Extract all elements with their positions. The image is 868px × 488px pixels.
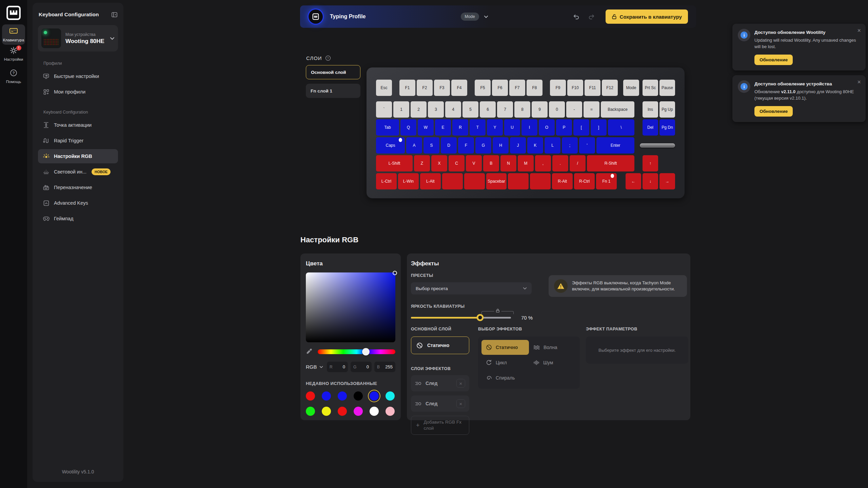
- key-e[interactable]: E: [435, 119, 451, 136]
- preset-select[interactable]: Выбор пресета: [411, 282, 532, 294]
- layer-button-fn1[interactable]: Fn слой 1: [306, 84, 360, 98]
- color-swatch[interactable]: [306, 407, 315, 416]
- brightness-thumb[interactable]: [476, 314, 484, 321]
- key-f12[interactable]: F12: [602, 80, 618, 96]
- close-icon[interactable]: ×: [857, 79, 861, 86]
- key-b[interactable]: B: [483, 155, 499, 171]
- fx-layer-chip[interactable]: След×: [411, 395, 469, 412]
- key-9[interactable]: 9: [532, 101, 548, 118]
- key-blank[interactable]: [464, 173, 485, 189]
- update-button[interactable]: Обновление: [754, 55, 793, 65]
- key-sym[interactable]: -: [566, 101, 582, 118]
- key-ins[interactable]: Ins: [643, 101, 658, 118]
- key-l[interactable]: L: [545, 137, 560, 154]
- key-fn-1[interactable]: Fn 1: [596, 173, 617, 189]
- key-sym[interactable]: ,: [535, 155, 551, 171]
- key-2[interactable]: 2: [411, 101, 427, 118]
- lock-icon[interactable]: [494, 308, 501, 313]
- rail-item-keyboard[interactable]: Клавиатура: [2, 24, 25, 45]
- key-f11[interactable]: F11: [585, 80, 600, 96]
- redo-icon[interactable]: [588, 14, 595, 20]
- key-f2[interactable]: F2: [417, 80, 433, 96]
- effect-option-cycle[interactable]: Цикл: [481, 355, 529, 370]
- key-f9[interactable]: F9: [550, 80, 566, 96]
- key-p[interactable]: P: [556, 119, 572, 136]
- key-q[interactable]: Q: [400, 119, 416, 136]
- color-swatch[interactable]: [386, 391, 395, 401]
- undo-icon[interactable]: [573, 14, 580, 20]
- color-swatch[interactable]: [338, 407, 347, 416]
- sidebar-item-remapping[interactable]: Переназначение: [38, 180, 118, 195]
- key-z[interactable]: Z: [414, 155, 430, 171]
- key-sym[interactable]: ]: [591, 119, 607, 136]
- key-f6[interactable]: F6: [492, 80, 508, 96]
- key-r-alt[interactable]: R-Alt: [552, 173, 573, 189]
- key-blank[interactable]: [508, 173, 529, 189]
- key-sym[interactable]: ;: [562, 137, 578, 154]
- key-f[interactable]: F: [458, 137, 474, 154]
- sidebar-item-actuation-point[interactable]: Точка активации: [38, 118, 118, 132]
- add-fx-layer-button[interactable]: + Добавить RGB Fx слой: [411, 416, 469, 435]
- sidebar-item-rgb-settings[interactable]: Настройки RGB: [38, 149, 118, 163]
- key-enter[interactable]: Enter: [596, 137, 634, 154]
- effect-option-spiral[interactable]: Спираль: [481, 370, 529, 385]
- key-7[interactable]: 7: [497, 101, 513, 118]
- saturation-value-picker[interactable]: [306, 272, 395, 342]
- key-sym[interactable]: ←: [626, 173, 641, 189]
- key-f7[interactable]: F7: [509, 80, 525, 96]
- key-y[interactable]: Y: [487, 119, 503, 136]
- color-swatch[interactable]: [354, 407, 363, 416]
- close-icon[interactable]: ×: [857, 27, 861, 34]
- key-sym[interactable]: .: [552, 155, 568, 171]
- key-caps[interactable]: Caps: [376, 137, 405, 154]
- key-sym[interactable]: `: [376, 101, 392, 118]
- save-to-keyboard-button[interactable]: Сохранить в клавиатуру: [606, 9, 688, 24]
- key-sym[interactable]: =: [584, 101, 599, 118]
- key-sym[interactable]: \: [608, 119, 634, 136]
- key-l-ctrl[interactable]: L-Ctrl: [376, 173, 397, 189]
- hue-slider[interactable]: [318, 349, 395, 354]
- key-prt-sc[interactable]: Prt Sc: [643, 80, 658, 96]
- key-f4[interactable]: F4: [451, 80, 467, 96]
- update-button[interactable]: Обновление: [754, 106, 793, 117]
- key-v[interactable]: V: [466, 155, 482, 171]
- key-6[interactable]: 6: [480, 101, 496, 118]
- key-4[interactable]: 4: [445, 101, 461, 118]
- key-sym[interactable]: ↑: [643, 155, 658, 171]
- sv-picker-cursor[interactable]: [393, 271, 397, 275]
- key-pg-dn[interactable]: Pg Dn: [659, 119, 675, 136]
- key-blank[interactable]: [442, 173, 463, 189]
- profile-mode-chevron-icon[interactable]: [484, 15, 488, 18]
- key-tab[interactable]: Tab: [376, 119, 399, 136]
- key-o[interactable]: O: [539, 119, 555, 136]
- color-swatch[interactable]: [354, 391, 363, 401]
- effect-option-noise[interactable]: Шум: [529, 355, 576, 370]
- key-l-alt[interactable]: L-Alt: [420, 173, 441, 189]
- channel-input-b[interactable]: B255: [374, 362, 395, 372]
- key-sym[interactable]: [: [573, 119, 589, 136]
- channel-input-r[interactable]: R0: [327, 362, 348, 372]
- key-g[interactable]: G: [475, 137, 491, 154]
- brightness-slider[interactable]: [411, 314, 511, 321]
- key-backspace[interactable]: Backspace: [601, 101, 634, 118]
- key-r[interactable]: R: [452, 119, 468, 136]
- sidebar-item-light-indicator[interactable]: Световой ин... НОВОЕ: [38, 165, 118, 179]
- key-l-shift[interactable]: L-Shift: [376, 155, 413, 171]
- key-del[interactable]: Del: [643, 119, 658, 136]
- key-d[interactable]: D: [441, 137, 457, 154]
- key-k[interactable]: K: [527, 137, 543, 154]
- sidebar-item-advanced-keys[interactable]: Advanced Keys: [38, 196, 118, 210]
- channel-input-g[interactable]: G0: [351, 362, 372, 372]
- key-0[interactable]: 0: [549, 101, 565, 118]
- key-blank[interactable]: [530, 173, 551, 189]
- key-f5[interactable]: F5: [475, 80, 491, 96]
- key-pg-up[interactable]: Pg Up: [659, 101, 675, 118]
- sidebar-item-quick-settings[interactable]: Быстрые настройки: [38, 69, 118, 83]
- key-f8[interactable]: F8: [527, 80, 542, 96]
- color-swatch[interactable]: [322, 407, 331, 416]
- rail-item-help[interactable]: ? Помощь: [2, 69, 25, 84]
- rail-item-settings[interactable]: ! Настройки: [2, 47, 25, 61]
- color-swatch[interactable]: [386, 407, 395, 416]
- hue-slider-thumb[interactable]: [362, 348, 370, 355]
- key-sym[interactable]: →: [659, 173, 675, 189]
